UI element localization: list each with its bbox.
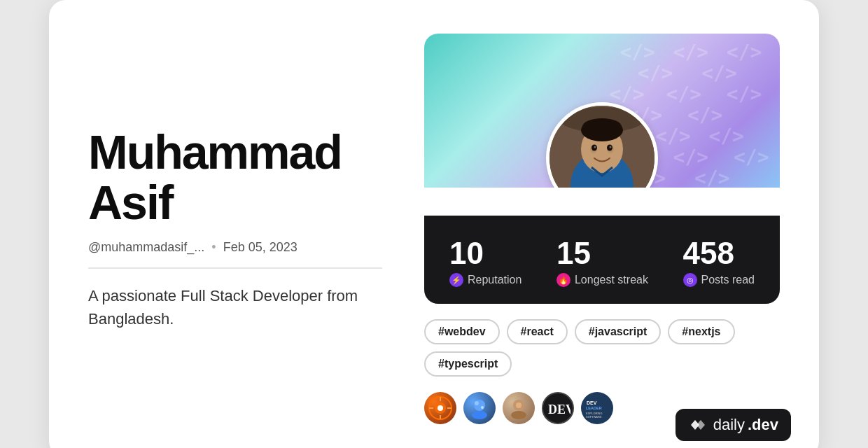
badge-1 xyxy=(424,392,456,424)
posts-icon: ◎ xyxy=(683,273,697,287)
svg-point-26 xyxy=(516,402,522,408)
join-date: Feb 05, 2023 xyxy=(223,240,298,255)
dot-separator: • xyxy=(211,240,216,255)
daily-dev-icon xyxy=(688,417,708,433)
daily-dev-branding: daily.dev xyxy=(676,409,791,441)
meta-row: @muhammadasif_... • Feb 05, 2023 xyxy=(88,240,382,255)
tag-webdev[interactable]: #webdev xyxy=(424,319,500,344)
svg-point-20 xyxy=(474,400,485,411)
svg-point-25 xyxy=(511,411,526,419)
user-bio: A passionate Full Stack Developer from B… xyxy=(88,284,382,330)
brand-dev: .dev xyxy=(748,416,778,434)
profile-banner: </> </> </> </> </> </> </> </> </> </> … xyxy=(424,34,780,188)
user-handle: @muhammadasif_... xyxy=(88,240,204,255)
stats-bar: 10 ⚡ Reputation 15 🔥 Longest streak 458 … xyxy=(424,216,780,304)
streak-number: 15 xyxy=(556,238,591,269)
badge-5: DEV LEADER EXPLORING SOFTWARE xyxy=(581,392,613,424)
svg-point-21 xyxy=(472,411,487,419)
svg-point-12 xyxy=(610,146,612,148)
svg-point-22 xyxy=(475,401,479,405)
svg-point-6 xyxy=(582,118,622,135)
streak-label: 🔥 Longest streak xyxy=(556,273,648,287)
tags-section: #webdev #react #javascript #nextjs #type… xyxy=(424,319,780,377)
stat-streak: 15 🔥 Longest streak xyxy=(556,238,648,287)
tag-react[interactable]: #react xyxy=(507,319,568,344)
tag-nextjs[interactable]: #nextjs xyxy=(668,319,734,344)
badge-2 xyxy=(463,392,496,424)
divider xyxy=(88,267,382,269)
svg-point-11 xyxy=(594,146,596,148)
badge-4: DEV xyxy=(542,392,574,424)
posts-number: 458 xyxy=(683,238,734,269)
posts-label: ◎ Posts read xyxy=(683,273,755,287)
left-panel: Muhammad Asif @muhammadasif_... • Feb 05… xyxy=(88,34,382,424)
stat-reputation: 10 ⚡ Reputation xyxy=(449,238,522,287)
brand-logo: daily.dev xyxy=(713,416,778,434)
profile-card: Muhammad Asif @muhammadasif_... • Feb 05… xyxy=(49,0,819,448)
reputation-label: ⚡ Reputation xyxy=(449,273,522,287)
user-name: Muhammad Asif xyxy=(88,127,382,227)
svg-text:DEV: DEV xyxy=(587,400,597,405)
reputation-number: 10 xyxy=(449,238,484,269)
brand-daily: daily xyxy=(713,416,745,434)
tag-typescript[interactable]: #typescript xyxy=(424,351,512,377)
tag-javascript[interactable]: #javascript xyxy=(575,319,662,344)
svg-point-15 xyxy=(438,405,443,411)
stat-posts: 458 ◎ Posts read xyxy=(683,238,755,287)
badge-3 xyxy=(503,392,535,424)
svg-text:SOFTWARE: SOFTWARE xyxy=(586,415,602,419)
svg-text:LEADER: LEADER xyxy=(586,406,602,410)
right-panel: </> </> </> </> </> </> </> </> </> </> … xyxy=(424,34,780,424)
reputation-icon: ⚡ xyxy=(449,273,463,287)
svg-text:DEV: DEV xyxy=(548,402,570,416)
svg-point-23 xyxy=(481,406,484,409)
streak-icon: 🔥 xyxy=(556,273,570,287)
